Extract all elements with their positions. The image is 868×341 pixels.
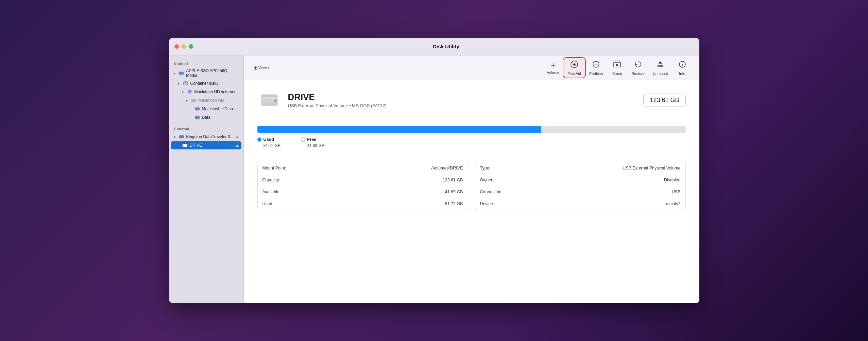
svg-point-12 xyxy=(198,117,199,118)
close-button[interactable] xyxy=(174,44,179,49)
info-row-capacity: Capacity: 123.61 GB xyxy=(258,174,468,186)
sidebar-item-container-disk3[interactable]: ▾ Container disk3 xyxy=(171,79,241,87)
minimize-button[interactable] xyxy=(182,44,186,49)
container-icon xyxy=(183,80,189,86)
plus-icon: + xyxy=(551,61,555,70)
capacity-value: 123.61 GB xyxy=(443,178,463,182)
sidebar-item-macintosh-hd-volumes[interactable]: ▾ Macintosh HD volumes xyxy=(171,88,241,96)
info-row-available: Available: 41.89 GB xyxy=(258,186,468,198)
titlebar: Disk Utility xyxy=(169,38,699,55)
sidebar: Internal ▾ APPLE SSD AP0256Q Media xyxy=(169,55,244,303)
svg-rect-23 xyxy=(262,95,277,97)
hdd-icon-3 xyxy=(194,106,200,112)
free-label: Free xyxy=(307,137,316,142)
info-column-right: Type: USB External Physical Volume Owner… xyxy=(475,162,686,210)
drive-name: DRIVE xyxy=(288,92,637,102)
svg-point-16 xyxy=(186,145,187,146)
type-key: Type: xyxy=(480,166,491,170)
chevron-icon: ▾ xyxy=(182,90,186,94)
chevron-icon: ▾ xyxy=(174,135,178,139)
usb-hdd-icon xyxy=(178,134,185,140)
svg-point-14 xyxy=(183,136,183,137)
storage-legend: Used 81.72 GB Free 41.89 GB xyxy=(257,137,686,148)
maximize-button[interactable] xyxy=(189,44,193,49)
main-content: Internal ▾ APPLE SSD AP0256Q Media xyxy=(169,55,699,303)
info-row-connection: Connection: USB xyxy=(475,186,685,198)
info-row-mount: Mount Point: /Volumes/DRIVE xyxy=(258,162,468,174)
view-button[interactable]: ⊞ View ▾ xyxy=(251,63,272,72)
partition-icon xyxy=(592,60,600,71)
hdd-icon-4 xyxy=(194,114,200,120)
sidebar-item-data[interactable]: Data xyxy=(171,113,241,121)
capacity-key: Capacity: xyxy=(262,178,280,182)
chevron-down-icon: ▾ xyxy=(268,66,269,69)
internal-label: Internal xyxy=(169,60,243,67)
sidebar-item-kingston[interactable]: ▾ Kingston DataTraveler 3.... ⏏ xyxy=(171,133,241,141)
type-value: USB External Physical Volume xyxy=(623,166,680,170)
toolbar: ⊞ View ▾ + Volume xyxy=(244,55,699,80)
storage-bar xyxy=(257,126,686,133)
sidebar-container-label: Container disk3 xyxy=(190,81,219,86)
chevron-icon: ▾ xyxy=(186,99,190,102)
storage-bar-used xyxy=(257,126,541,133)
drive-icon xyxy=(182,142,188,148)
svg-rect-3 xyxy=(184,82,187,84)
first-aid-button[interactable]: First Aid xyxy=(563,58,585,78)
connection-value: USB xyxy=(672,190,681,194)
add-volume-button[interactable]: + Volume xyxy=(543,59,564,77)
view-label: View xyxy=(258,65,267,70)
unmount-button[interactable]: Unmount xyxy=(649,58,672,78)
free-dot xyxy=(301,137,305,142)
used-key: Used: xyxy=(262,201,274,206)
sidebar-mhd-sub-label: Macintosh HD xyxy=(199,98,224,103)
right-panel: ⊞ View ▾ + Volume xyxy=(244,55,699,303)
erase-button[interactable]: Erase xyxy=(607,58,627,78)
drive-subtitle: USB External Physical Volume • MS-DOS (F… xyxy=(288,103,637,108)
unmount-icon xyxy=(656,60,665,71)
info-row-device: Device: disk4s2 xyxy=(475,198,685,210)
free-legend: Free 41.89 GB xyxy=(301,137,324,148)
svg-point-10 xyxy=(198,109,199,109)
owners-value: Disabled xyxy=(664,178,681,182)
sidebar-data-label: Data xyxy=(202,115,210,120)
hdd-icon xyxy=(178,70,184,76)
info-column-left: Mount Point: /Volumes/DRIVE Capacity: 12… xyxy=(257,162,468,210)
chevron-icon: ▾ xyxy=(178,82,182,85)
sidebar-item-macintosh-hd-sn[interactable]: Macintosh HD sn... xyxy=(171,105,241,113)
sidebar-kingston-label: Kingston DataTraveler 3.... xyxy=(186,134,236,139)
sidebar-mhd-sn-label: Macintosh HD sn... xyxy=(202,107,236,111)
first-aid-label: First Aid xyxy=(567,71,581,76)
detail-pane: DRIVE USB External Physical Volume • MS-… xyxy=(244,80,699,303)
used-value: 81.72 GB xyxy=(257,143,281,148)
erase-icon xyxy=(613,60,622,71)
app-title: Disk Utility xyxy=(433,44,459,49)
unmount-label: Unmount xyxy=(653,71,668,76)
eject-icon-drive[interactable]: ⏏ xyxy=(236,144,239,147)
used-dot xyxy=(257,137,261,142)
chevron-icon: ▾ xyxy=(174,71,178,75)
storage-section: Used 81.72 GB Free 41.89 GB xyxy=(244,119,699,155)
connection-key: Connection: xyxy=(480,190,503,194)
device-value: disk4s2 xyxy=(666,201,680,206)
hdd-icon-2 xyxy=(191,97,197,103)
used-legend: Used 81.72 GB xyxy=(257,137,281,148)
drive-icon-large xyxy=(257,88,281,112)
first-aid-icon xyxy=(570,60,579,71)
sidebar-icon: ⊞ xyxy=(253,64,258,71)
sidebar-item-apple-ssd[interactable]: ▾ APPLE SSD AP0256Q Media xyxy=(171,67,241,79)
sidebar-mhd-volumes-label: Macintosh HD volumes xyxy=(194,90,236,94)
available-value: 41.89 GB xyxy=(445,190,463,194)
drive-size: 123.61 GB xyxy=(643,94,685,107)
mount-value: /Volumes/DRIVE xyxy=(431,166,463,170)
stack-icon xyxy=(187,89,193,95)
info-button[interactable]: Info xyxy=(672,58,693,78)
restore-button[interactable]: Restore xyxy=(627,58,649,78)
eject-icon[interactable]: ⏏ xyxy=(236,135,239,139)
sidebar-apple-ssd-label: APPLE SSD AP0256Q Media xyxy=(186,68,238,78)
info-label: Info xyxy=(679,71,685,76)
drive-info: DRIVE USB External Physical Volume • MS-… xyxy=(288,92,637,108)
sidebar-item-drive[interactable]: DRIVE ⏏ xyxy=(171,141,241,149)
sidebar-item-macintosh-hd-sub[interactable]: ▾ Macintosh HD xyxy=(171,96,241,104)
partition-button[interactable]: Partition xyxy=(585,58,607,78)
info-row-type: Type: USB External Physical Volume xyxy=(475,162,685,174)
